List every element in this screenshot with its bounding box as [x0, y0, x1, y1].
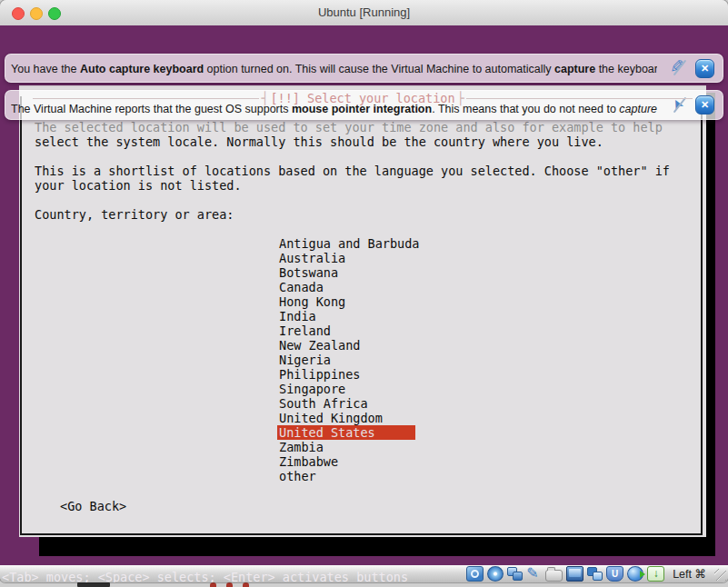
- country-option[interactable]: South Africa: [277, 396, 415, 411]
- help-bar: <Tab> moves; <Space> selects; <Enter> ac…: [2, 570, 408, 582]
- title-frame-right: ├: [455, 91, 466, 105]
- network-adapters-icon[interactable]: [507, 567, 523, 581]
- keyboard-pen-icon: [669, 58, 689, 78]
- notification-auto-capture-keyboard: You have the Auto capture keyboard optio…: [5, 54, 723, 83]
- go-back-button[interactable]: <Go Back>: [60, 499, 126, 513]
- dialog-shadow: [706, 93, 715, 537]
- window-titlebar: Ubuntu [Running]: [0, 0, 728, 26]
- globe-icon[interactable]: [627, 566, 643, 582]
- close-notification-icon[interactable]: [695, 59, 714, 78]
- host-key-indicator: Left ⌘: [673, 567, 706, 581]
- dialog-text-line: your location is not listed.: [35, 178, 700, 193]
- dialog-text-line: The selected location will be used to se…: [35, 120, 700, 134]
- window-title: Ubuntu [Running]: [0, 5, 728, 19]
- background-window-fragment: [210, 582, 216, 587]
- title-rule: [466, 98, 693, 99]
- dialog-text-line: [35, 193, 700, 207]
- notification-text: You have the Auto capture keyboard optio…: [11, 63, 657, 75]
- dialog-text-line: This is a shortlist of locations based o…: [35, 164, 700, 178]
- country-option[interactable]: Hong Kong: [277, 294, 415, 309]
- country-prompt-label: Country, territory or area:: [35, 207, 700, 222]
- virtualbox-window: Ubuntu [Running] ┤[!!] Select your locat…: [0, 0, 728, 582]
- country-option[interactable]: New Zealand: [277, 338, 415, 353]
- country-option[interactable]: United Kingdom: [277, 411, 415, 425]
- display-icon[interactable]: [566, 566, 583, 582]
- title-frame-left: ┤: [259, 91, 270, 105]
- optical-disc-icon[interactable]: [487, 566, 504, 582]
- dialog-text-line: [35, 149, 700, 164]
- guest-additions-icon[interactable]: [647, 566, 664, 582]
- country-option[interactable]: Nigeria: [277, 353, 415, 367]
- vm-screen: ┤[!!] Select your location├ The selected…: [0, 25, 728, 565]
- country-option[interactable]: Canada: [277, 280, 415, 294]
- country-option[interactable]: Australia: [277, 251, 415, 265]
- usb-icon[interactable]: [606, 566, 623, 582]
- country-option[interactable]: Botswana: [277, 265, 415, 280]
- country-option[interactable]: Philippines: [277, 367, 415, 382]
- close-notification-icon[interactable]: [695, 95, 714, 114]
- background-window-fragment: [226, 582, 233, 587]
- title-rule: [33, 98, 259, 99]
- dialog-text-line: select the system locale. Normally this …: [35, 134, 700, 149]
- country-option[interactable]: Singapore: [277, 382, 415, 396]
- hard-disk-icon[interactable]: [466, 566, 484, 582]
- dialog-title: [!!] Select your location: [270, 91, 454, 105]
- country-option[interactable]: Zimbabwe: [277, 454, 415, 469]
- country-option[interactable]: India: [277, 309, 415, 323]
- country-list: Antigua and BarbudaAustraliaBotswanaCana…: [277, 236, 415, 483]
- country-option[interactable]: Antigua and Barbuda: [277, 236, 415, 251]
- dialog-body: The selected location will be used to se…: [35, 120, 700, 222]
- country-option[interactable]: United States: [277, 425, 415, 440]
- background-window-fragment: [77, 582, 110, 587]
- virtual-screens-icon[interactable]: [587, 567, 603, 581]
- pen-icon[interactable]: [526, 567, 542, 581]
- country-option[interactable]: Zambia: [277, 440, 415, 454]
- shared-folders-icon[interactable]: [545, 570, 563, 582]
- dialog-shadow: [39, 537, 715, 556]
- background-window-fragment: [243, 582, 249, 587]
- status-icons: [466, 566, 664, 582]
- country-option[interactable]: other: [277, 469, 415, 483]
- resize-grip[interactable]: [714, 569, 726, 581]
- country-option[interactable]: Ireland: [277, 323, 415, 338]
- dialog-title-row: ┤[!!] Select your location├: [33, 91, 693, 105]
